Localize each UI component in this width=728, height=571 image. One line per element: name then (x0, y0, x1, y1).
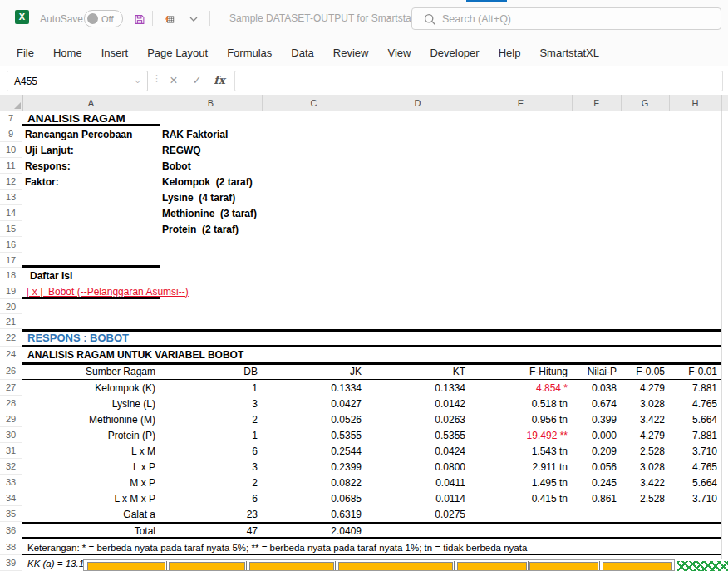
cancel-button[interactable]: × (163, 71, 184, 90)
cell-G27[interactable]: 4.279 (621, 380, 669, 396)
anova-header-B26[interactable]: DB (160, 362, 262, 380)
cell-B28[interactable]: 3 (160, 396, 262, 411)
name-box-chevron-icon[interactable]: ⌵ (135, 76, 147, 86)
cell-A15[interactable] (22, 221, 160, 237)
sheet-tab[interactable] (169, 562, 245, 570)
cell-H35[interactable] (669, 506, 721, 522)
cell-F30[interactable]: 0.000 (572, 427, 621, 443)
cell-D28[interactable]: 0.0142 (366, 396, 470, 411)
menu-tab-file[interactable]: File (17, 47, 34, 59)
column-header-F[interactable]: F (572, 95, 622, 111)
cell-C35[interactable]: 0.6319 (262, 506, 366, 522)
cell-F32[interactable]: 0.056 (572, 459, 621, 475)
anova-header-D26[interactable]: KT (366, 362, 470, 380)
cell-F35[interactable] (572, 506, 621, 522)
cell-D31[interactable]: 0.0424 (366, 443, 470, 459)
anova-header-C26[interactable]: JK (262, 362, 366, 380)
cell-G28[interactable]: 3.028 (621, 396, 669, 411)
quick-table-button[interactable] (160, 9, 180, 29)
sheet-tab[interactable] (457, 562, 527, 570)
cell-H30[interactable]: 7.881 (669, 427, 721, 443)
row-header-30[interactable]: 30 (0, 427, 22, 443)
cell-B15[interactable]: Protein (2 taraf) (160, 221, 459, 237)
cell-E27[interactable]: 4.854 * (470, 380, 572, 396)
cell-D29[interactable]: 0.0263 (366, 411, 470, 427)
name-box[interactable]: A455 ⌵ (7, 71, 148, 91)
cell-B9[interactable]: RAK Faktorial (160, 126, 459, 142)
cell-B11[interactable]: Bobot (160, 158, 459, 174)
cell-C34[interactable]: 0.0685 (262, 490, 366, 506)
cell-B12[interactable]: Kelompok (2 taraf) (160, 174, 459, 190)
cell-G29[interactable]: 3.422 (621, 411, 669, 427)
cell-D27[interactable]: 0.1334 (366, 380, 470, 396)
cell-G33[interactable]: 3.422 (621, 475, 669, 490)
column-header-G[interactable]: G (621, 95, 670, 111)
cell-B27[interactable]: 1 (160, 380, 262, 396)
cell-A32[interactable]: L x P (22, 459, 160, 475)
cell-A35[interactable]: Galat a (22, 506, 160, 522)
row-header-35[interactable]: 35 (0, 506, 22, 522)
cell-A13[interactable] (22, 190, 160, 205)
row-header-38[interactable]: 38 (0, 539, 22, 555)
menu-tab-view[interactable]: View (387, 47, 411, 59)
title-dropdown-caret[interactable]: ▾ (387, 13, 391, 21)
cell-G30[interactable]: 4.279 (621, 427, 669, 443)
anova-header-E26[interactable]: F-Hitung (470, 362, 572, 380)
row-header-28[interactable]: 28 (0, 396, 22, 411)
row-header-24[interactable]: 24 (0, 347, 22, 362)
cell-F27[interactable]: 0.038 (572, 380, 621, 396)
cell-C32[interactable]: 0.2399 (262, 459, 366, 475)
column-header-H[interactable]: H (669, 95, 722, 111)
menu-tab-data[interactable]: Data (291, 47, 313, 59)
row-header-32[interactable]: 32 (0, 459, 22, 475)
cell-H28[interactable]: 4.765 (669, 396, 721, 411)
cell-E28[interactable]: 0.518 tn (470, 396, 572, 411)
cell-C30[interactable]: 0.5355 (262, 427, 366, 443)
row-header-29[interactable]: 29 (0, 411, 22, 427)
cell-A33[interactable]: M x P (22, 475, 160, 490)
cell-C31[interactable]: 0.2544 (262, 443, 366, 459)
cell-D35[interactable]: 0.0275 (366, 506, 470, 522)
row-header-11[interactable]: 11 (0, 158, 22, 174)
cell-H34[interactable]: 3.710 (669, 490, 721, 506)
cell-H31[interactable]: 3.710 (669, 443, 721, 459)
anova-header-A26[interactable]: Sumber Ragam (22, 362, 160, 380)
cell-A14[interactable] (22, 205, 160, 221)
cell-A38[interactable]: Keterangan: * = berbeda nyata pada taraf… (25, 539, 706, 555)
column-header-C[interactable]: C (262, 95, 366, 111)
cell-E35[interactable] (470, 506, 572, 522)
autosave-toggle[interactable]: Off (84, 10, 123, 27)
cell-B29[interactable]: 2 (160, 411, 262, 427)
formula-bar-handle[interactable]: ⋮ (152, 73, 160, 84)
column-header-D[interactable]: D (366, 95, 470, 111)
cell-E33[interactable]: 1.495 tn (470, 475, 572, 490)
cell-A9[interactable]: Rancangan Percobaan (22, 126, 160, 142)
cell-E31[interactable]: 1.543 tn (470, 443, 572, 459)
save-button[interactable] (130, 9, 150, 29)
cell-E34[interactable]: 0.415 tn (470, 490, 572, 506)
cell-C27[interactable]: 0.1334 (262, 380, 366, 396)
anova-header-F26[interactable]: Nilai-P (572, 362, 621, 380)
column-header-A[interactable]: A (22, 95, 160, 111)
menu-tab-home[interactable]: Home (53, 47, 82, 59)
cell-B34[interactable]: 6 (160, 490, 262, 506)
cell-A18[interactable]: Daftar Isi (22, 268, 160, 283)
sheet-tab[interactable] (338, 562, 453, 570)
cell-A11[interactable]: Respons: (22, 158, 160, 174)
cell-H27[interactable]: 7.881 (669, 380, 721, 396)
row-header-33[interactable]: 33 (0, 475, 22, 490)
excel-logo-icon[interactable]: X (15, 10, 29, 24)
cell-G31[interactable]: 2.528 (621, 443, 669, 459)
row-header-22[interactable]: 22 (0, 329, 22, 347)
row-header-15[interactable]: 15 (0, 221, 22, 237)
row-header-7[interactable]: 7 (0, 111, 22, 126)
cell-D32[interactable]: 0.0800 (366, 459, 470, 475)
cell-H32[interactable]: 4.765 (669, 459, 721, 475)
row-header-39[interactable]: 39 (0, 555, 22, 571)
menu-tab-smartstatxl[interactable]: SmartstatXL (539, 47, 599, 59)
cell-E29[interactable]: 0.956 tn (470, 411, 572, 427)
row-header-27[interactable]: 27 (0, 380, 22, 396)
cell-C33[interactable]: 0.0822 (262, 475, 366, 490)
menu-tab-help[interactable]: Help (499, 47, 521, 59)
sheet-tab[interactable] (529, 562, 598, 570)
